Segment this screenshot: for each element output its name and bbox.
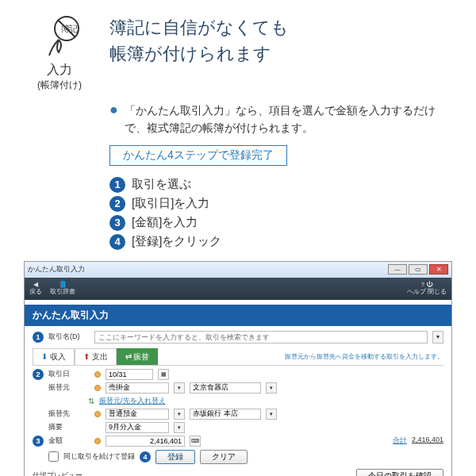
step-3: [金額]を入力 (132, 215, 198, 230)
headline: 簿記に自信がなくても帳簿が付けられます (109, 14, 289, 67)
register-button[interactable]: 登録 (155, 450, 195, 464)
to-account-input[interactable] (190, 409, 261, 420)
step-num-4: 4 (109, 234, 125, 250)
memo-input[interactable] (106, 422, 169, 433)
step-num-1: 1 (109, 177, 125, 193)
callout-3: 3 (33, 436, 44, 447)
from-type-input[interactable] (106, 382, 169, 393)
bullet-text: 「かんたん取引入力」なら、項目を選んで金額を入力するだけで、複式簿記の帳簿が付け… (125, 102, 452, 137)
amount-label: 金額 (48, 436, 90, 446)
app-window: かんたん取引入力 — ▭ ✕ ◀戻る 📘取引辞書 ? ⏻ヘルプ 閉じる かんたん… (24, 261, 452, 476)
required-icon (94, 438, 101, 444)
step-2: [取引日]を入力 (132, 196, 209, 211)
steps-pill: かんたん4ステップで登録完了 (109, 145, 287, 166)
tab-transfer[interactable]: ⇄ 振替 (117, 348, 159, 365)
step-num-2: 2 (109, 196, 125, 212)
step-num-3: 3 (109, 215, 125, 231)
from-account-sel[interactable]: ▾ (266, 382, 277, 393)
to-type-input[interactable] (106, 409, 169, 420)
preview-title: 仕訳プレビュー (33, 470, 83, 476)
swap-icon[interactable]: ⇅ (88, 397, 94, 405)
date-input[interactable] (106, 369, 153, 380)
tool-back[interactable]: ◀戻る (29, 282, 42, 295)
tool-help-close[interactable]: ? ⏻ヘルプ 閉じる (407, 282, 447, 295)
bullet-dot: ● (109, 102, 118, 137)
calc-icon[interactable]: ⌨ (190, 436, 201, 447)
win-min[interactable]: — (388, 264, 407, 274)
total-label: 合計 (393, 436, 407, 446)
swap-link[interactable]: 振替元/先を入れ替え (99, 396, 166, 406)
win-close[interactable]: ✕ (429, 264, 448, 274)
tool-dictionary[interactable]: 📘取引辞書 (50, 282, 75, 295)
memo-label: 摘要 (48, 422, 90, 432)
titlebar: かんたん取引入力 — ▭ ✕ (25, 262, 451, 278)
search-input[interactable] (94, 331, 428, 344)
tab-expense[interactable]: ⬆ 支出 (75, 348, 117, 365)
date-label: 取引日 (48, 369, 90, 379)
from-label: 振替元 (48, 382, 90, 393)
toolbar: ◀戻る 📘取引辞書 ? ⏻ヘルプ 閉じる (25, 278, 451, 300)
callout-1: 1 (33, 332, 44, 343)
search-label: 取引名(D) (48, 332, 90, 342)
callout-2: 2 (33, 369, 44, 380)
required-icon (94, 385, 101, 391)
win-max[interactable]: ▭ (409, 264, 428, 274)
callout-4: 4 (140, 451, 151, 463)
continue-label: 同じ取引を続けて登録 (63, 451, 135, 462)
continue-checkbox[interactable] (48, 451, 59, 462)
input-mode-icon: 簿 記 (35, 14, 84, 59)
page-header: かんたん取引入力 (25, 305, 451, 326)
memo-sel[interactable]: ▾ (174, 422, 185, 433)
total-value: 2,416,401 (412, 436, 443, 446)
icon-subcaption: (帳簿付け) (24, 79, 95, 92)
to-label: 振替先 (48, 409, 90, 419)
icon-caption: 入力 (24, 62, 95, 79)
required-icon (94, 371, 101, 378)
date-picker-icon[interactable]: ▦ (158, 369, 169, 380)
window-title: かんたん取引入力 (28, 264, 85, 274)
amount-input[interactable] (106, 436, 185, 447)
from-type-sel[interactable]: ▾ (174, 382, 185, 393)
tab-income[interactable]: ⬇ 収入 (33, 348, 75, 365)
search-dropdown[interactable]: ▾ (432, 331, 443, 344)
from-account-input[interactable] (190, 382, 261, 393)
to-type-sel[interactable]: ▾ (174, 409, 185, 420)
to-account-sel[interactable]: ▾ (266, 409, 277, 420)
confirm-today-button[interactable]: 今日の取引を確認 (356, 469, 443, 476)
clear-button[interactable]: クリア (200, 450, 248, 464)
tab-hint: 振替元から振替先へ資金を移動する取引を入力します。 (285, 352, 443, 361)
step-4: [登録]をクリック (132, 234, 221, 249)
required-icon (94, 411, 101, 417)
step-1: 取引を選ぶ (132, 177, 191, 192)
